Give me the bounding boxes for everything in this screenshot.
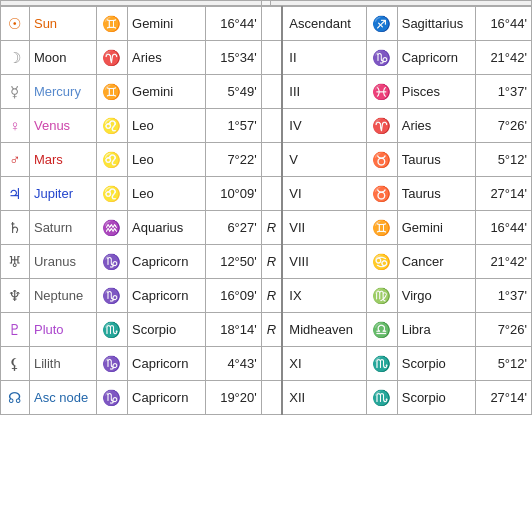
house-sign-symbol: ♉ — [366, 143, 397, 177]
house-degree: 21°42' — [476, 41, 532, 75]
house-degree: 7°26' — [476, 313, 532, 347]
header-zodiac — [1, 1, 262, 6]
planet-retrograde — [261, 381, 282, 415]
planet-retrograde: R — [261, 279, 282, 313]
planet-name: Mars — [29, 143, 96, 177]
planet-symbol: ♃ — [1, 177, 30, 211]
planet-name: Jupiter — [29, 177, 96, 211]
planet-symbol: ♄ — [1, 211, 30, 245]
planet-symbol: ♀ — [1, 109, 30, 143]
house-sign: Scorpio — [397, 347, 475, 381]
planet-retrograde — [261, 41, 282, 75]
main-data-table: ☉ Sun ♊ Gemini 16°44' Ascendant ♐ Sagitt… — [0, 6, 532, 415]
planet-sign-symbol: ♈ — [96, 41, 127, 75]
planet-degree: 15°34' — [206, 41, 262, 75]
house-degree: 27°14' — [476, 177, 532, 211]
house-name: V — [282, 143, 366, 177]
planet-symbol: ♂ — [1, 143, 30, 177]
planet-sign-symbol: ♑ — [96, 245, 127, 279]
planet-sign: Leo — [128, 143, 206, 177]
house-degree: 1°37' — [476, 279, 532, 313]
house-sign: Capricorn — [397, 41, 475, 75]
planet-sign-symbol: ♊ — [96, 7, 127, 41]
planet-degree: 10°09' — [206, 177, 262, 211]
planet-degree: 16°44' — [206, 7, 262, 41]
planet-sign-symbol: ♌ — [96, 109, 127, 143]
house-degree: 1°37' — [476, 75, 532, 109]
house-sign-symbol: ♍ — [366, 279, 397, 313]
table-row: ♀ Venus ♌ Leo 1°57' IV ♈ Aries 7°26' — [1, 109, 532, 143]
planet-symbol: ♆ — [1, 279, 30, 313]
planet-name: Mercury — [29, 75, 96, 109]
house-sign-symbol: ♏ — [366, 347, 397, 381]
planet-name: Asc node — [29, 381, 96, 415]
table-row: ⚸ Lilith ♑ Capricorn 4°43' XI ♏ Scorpio … — [1, 347, 532, 381]
planet-symbol: ⚸ — [1, 347, 30, 381]
planet-symbol: ☿ — [1, 75, 30, 109]
planet-sign-symbol: ♌ — [96, 143, 127, 177]
planet-degree: 18°14' — [206, 313, 262, 347]
house-sign-symbol: ♓ — [366, 75, 397, 109]
planet-symbol: ♅ — [1, 245, 30, 279]
planet-symbol: ☊ — [1, 381, 30, 415]
planet-sign: Leo — [128, 109, 206, 143]
planet-sign-symbol: ♒ — [96, 211, 127, 245]
house-sign-symbol: ♎ — [366, 313, 397, 347]
house-sign: Scorpio — [397, 381, 475, 415]
planet-symbol: ☽ — [1, 41, 30, 75]
planet-name: Moon — [29, 41, 96, 75]
house-name: Ascendant — [282, 7, 366, 41]
planet-sign: Gemini — [128, 7, 206, 41]
house-sign: Sagittarius — [397, 7, 475, 41]
house-sign: Libra — [397, 313, 475, 347]
house-name: II — [282, 41, 366, 75]
planet-sign: Scorpio — [128, 313, 206, 347]
house-name: Midheaven — [282, 313, 366, 347]
house-sign: Gemini — [397, 211, 475, 245]
house-degree: 16°44' — [476, 7, 532, 41]
house-sign-symbol: ♊ — [366, 211, 397, 245]
house-sign-symbol: ♋ — [366, 245, 397, 279]
house-degree: 5°12' — [476, 347, 532, 381]
planet-degree: 12°50' — [206, 245, 262, 279]
table-row: ☿ Mercury ♊ Gemini 5°49' III ♓ Pisces 1°… — [1, 75, 532, 109]
house-sign-symbol: ♉ — [366, 177, 397, 211]
planet-retrograde — [261, 143, 282, 177]
planet-sign-symbol: ♌ — [96, 177, 127, 211]
house-name: VII — [282, 211, 366, 245]
planet-degree: 16°09' — [206, 279, 262, 313]
house-sign-symbol: ♑ — [366, 41, 397, 75]
planet-sign: Capricorn — [128, 245, 206, 279]
table-row: ☊ Asc node ♑ Capricorn 19°20' XII ♏ Scor… — [1, 381, 532, 415]
planet-retrograde — [261, 177, 282, 211]
house-degree: 21°42' — [476, 245, 532, 279]
table-row: ♇ Pluto ♏ Scorpio 18°14' R Midheaven ♎ L… — [1, 313, 532, 347]
table-row: ♆ Neptune ♑ Capricorn 16°09' R IX ♍ Virg… — [1, 279, 532, 313]
house-name: VIII — [282, 245, 366, 279]
planet-name: Pluto — [29, 313, 96, 347]
house-name: III — [282, 75, 366, 109]
planet-name: Uranus — [29, 245, 96, 279]
house-name: IV — [282, 109, 366, 143]
planet-retrograde — [261, 7, 282, 41]
house-sign-symbol: ♏ — [366, 381, 397, 415]
planet-sign-symbol: ♏ — [96, 313, 127, 347]
planet-retrograde — [261, 347, 282, 381]
planet-degree: 7°22' — [206, 143, 262, 177]
house-sign: Cancer — [397, 245, 475, 279]
planet-retrograde: R — [261, 211, 282, 245]
house-name: XI — [282, 347, 366, 381]
table-row: ♃ Jupiter ♌ Leo 10°09' VI ♉ Taurus 27°14… — [1, 177, 532, 211]
planet-sign: Aries — [128, 41, 206, 75]
planet-name: Venus — [29, 109, 96, 143]
planet-sign-symbol: ♑ — [96, 279, 127, 313]
house-name: XII — [282, 381, 366, 415]
planet-sign: Gemini — [128, 75, 206, 109]
planet-retrograde: R — [261, 245, 282, 279]
planet-sign: Leo — [128, 177, 206, 211]
house-sign-symbol: ♈ — [366, 109, 397, 143]
planet-symbol: ☉ — [1, 7, 30, 41]
planet-degree: 5°49' — [206, 75, 262, 109]
table-row: ♅ Uranus ♑ Capricorn 12°50' R VIII ♋ Can… — [1, 245, 532, 279]
planet-sign: Capricorn — [128, 279, 206, 313]
